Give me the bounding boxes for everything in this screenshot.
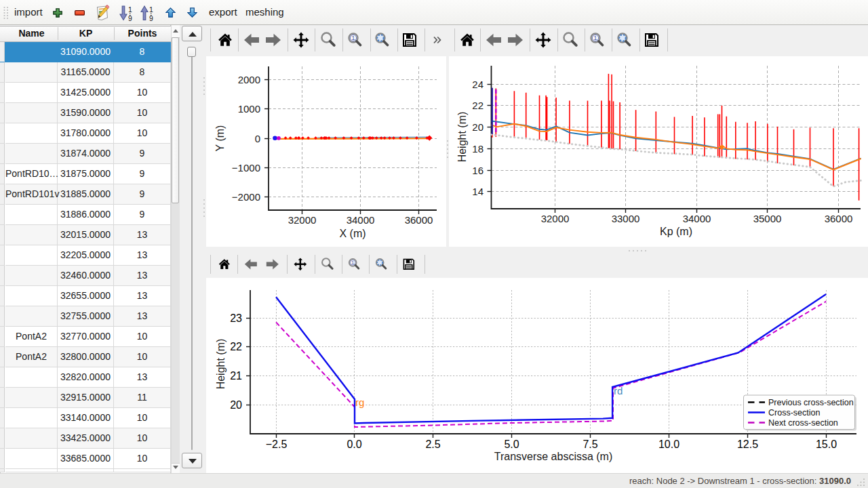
svg-text:24: 24 xyxy=(472,79,484,90)
svg-text:35000: 35000 xyxy=(753,213,782,224)
svg-text:21: 21 xyxy=(230,370,242,382)
svg-text:34000: 34000 xyxy=(683,213,711,224)
svg-text:22: 22 xyxy=(230,341,242,352)
svg-text:15.0: 15.0 xyxy=(816,439,837,450)
svg-text:36000: 36000 xyxy=(825,213,853,224)
svg-text:20: 20 xyxy=(472,121,484,133)
svg-text:22: 22 xyxy=(472,100,484,111)
svg-text:20: 20 xyxy=(230,399,242,411)
svg-text:33000: 33000 xyxy=(612,213,640,224)
svg-text:rg: rg xyxy=(355,396,364,408)
svg-text:Height (m): Height (m) xyxy=(456,112,468,163)
svg-text:Previous cross-section: Previous cross-section xyxy=(768,398,854,407)
svg-text:−2.5: −2.5 xyxy=(266,439,288,450)
svg-text:14: 14 xyxy=(472,186,484,197)
svg-text:−1000: −1000 xyxy=(232,162,260,174)
svg-text:36000: 36000 xyxy=(405,214,433,226)
svg-text:2000: 2000 xyxy=(238,74,260,85)
svg-text:9: 9 xyxy=(128,14,132,22)
svg-text:0.0: 0.0 xyxy=(347,439,361,450)
svg-text:32000: 32000 xyxy=(288,214,317,226)
svg-text:−2000: −2000 xyxy=(232,191,260,203)
svg-text:Y (m): Y (m) xyxy=(214,125,226,152)
svg-text:2.5: 2.5 xyxy=(425,439,440,450)
svg-text:16: 16 xyxy=(472,165,484,176)
svg-text:Kp (m): Kp (m) xyxy=(660,226,692,237)
svg-text:5.0: 5.0 xyxy=(504,439,519,450)
svg-text:0: 0 xyxy=(255,133,260,144)
svg-text:18: 18 xyxy=(472,143,484,155)
svg-text:1: 1 xyxy=(128,5,132,14)
svg-text:Next cross-section: Next cross-section xyxy=(768,418,838,428)
svg-text:Cross-section: Cross-section xyxy=(768,408,820,418)
svg-text:Height (m): Height (m) xyxy=(215,339,226,390)
svg-text:9: 9 xyxy=(149,14,153,22)
svg-text:1000: 1000 xyxy=(238,103,260,115)
svg-text:7.5: 7.5 xyxy=(583,439,597,450)
svg-text:32000: 32000 xyxy=(541,213,570,224)
svg-text:1: 1 xyxy=(149,5,153,14)
svg-text:12.5: 12.5 xyxy=(737,439,758,450)
svg-text:10.0: 10.0 xyxy=(658,439,679,450)
svg-text:23: 23 xyxy=(230,312,242,324)
svg-text:X (m): X (m) xyxy=(339,228,366,239)
svg-text:rd: rd xyxy=(614,385,623,396)
svg-text:34000: 34000 xyxy=(347,214,375,226)
svg-text:Transverse abscissa (m): Transverse abscissa (m) xyxy=(494,451,613,462)
